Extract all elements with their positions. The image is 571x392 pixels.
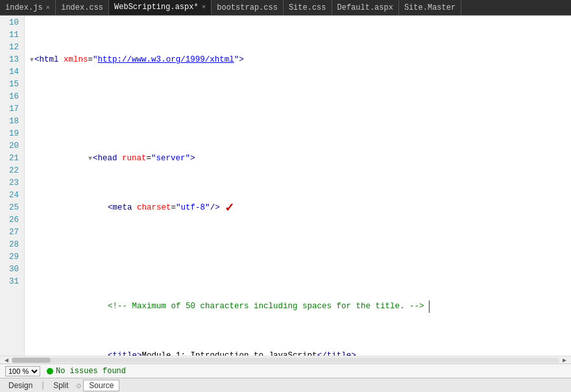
code-line-12: ▼<head runat="server"> xyxy=(30,153,571,165)
close-tab-webscripting[interactable]: × xyxy=(202,3,206,11)
code-area: 10 11 12 13 14 15 16 17 18 19 20 21 22 2… xyxy=(0,16,571,363)
tab-site-master[interactable]: Site.Master xyxy=(399,0,461,15)
divider-1: | xyxy=(40,380,45,390)
line-numbers: 10 11 12 13 14 15 16 17 18 19 20 21 22 2… xyxy=(0,16,25,356)
code-line-11 xyxy=(30,103,571,116)
tab-index-css[interactable]: index.css xyxy=(56,0,109,15)
design-button[interactable]: Design xyxy=(3,380,38,391)
scroll-thumb[interactable] xyxy=(12,358,51,363)
divider-2: ◇ xyxy=(77,380,82,391)
tab-default-aspx[interactable]: Default.aspx xyxy=(332,0,399,15)
tab-site-css[interactable]: Site.css xyxy=(284,0,332,15)
tab-bootstrap-css[interactable]: bootstrap.css xyxy=(212,0,284,15)
no-issues-label: No issues found xyxy=(56,367,126,376)
code-line-13: <meta charset="utf-8"/> ✓ xyxy=(30,202,571,214)
status-bar: 100 % 75 % 125 % 150 % No issues found xyxy=(0,363,571,378)
scroll-track[interactable] xyxy=(12,358,559,363)
issues-status: No issues found xyxy=(47,367,126,376)
code-line-15: <!-- Maximum of 50 characters including … xyxy=(30,300,571,313)
code-line-10: ▼<html xmlns="http://www.w3.org/1999/xht… xyxy=(30,54,571,66)
code-line-14 xyxy=(30,251,571,263)
horizontal-scrollbar[interactable]: ◀ ▶ xyxy=(0,356,571,363)
close-tab-index-js[interactable]: × xyxy=(46,4,51,12)
tab-bar: index.js × index.css WebScripting.aspx* … xyxy=(0,0,571,16)
scroll-right-arrow[interactable]: ▶ xyxy=(559,356,570,364)
bottom-bar: Design | Split ◇ Source xyxy=(0,378,571,392)
code-content[interactable]: ▼<html xmlns="http://www.w3.org/1999/xht… xyxy=(25,16,571,356)
scroll-left-arrow[interactable]: ◀ xyxy=(1,356,12,364)
code-container: 10 11 12 13 14 15 16 17 18 19 20 21 22 2… xyxy=(0,16,571,356)
status-dot xyxy=(47,368,53,374)
zoom-control[interactable]: 100 % 75 % 125 % 150 % xyxy=(5,366,40,376)
tab-index-js[interactable]: index.js × xyxy=(0,0,56,15)
code-line-16: <title>Module 1: Introduction to JavaScr… xyxy=(30,350,571,356)
tab-webscripting[interactable]: WebScripting.aspx* × xyxy=(109,0,212,15)
zoom-select[interactable]: 100 % 75 % 125 % 150 % xyxy=(5,366,40,376)
split-button[interactable]: Split xyxy=(47,380,74,391)
source-button[interactable]: Source xyxy=(83,380,119,391)
